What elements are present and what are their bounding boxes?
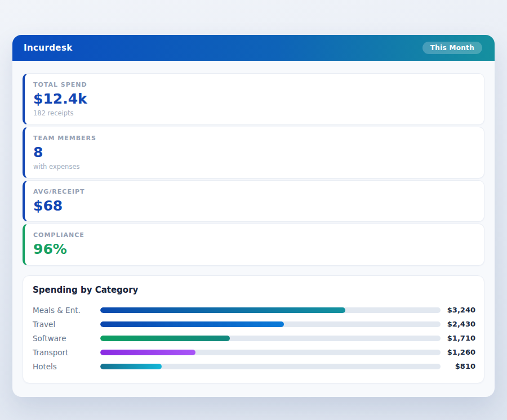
stat-value: 8	[33, 145, 474, 161]
stat-card: AVG/RECEIPT$68	[23, 180, 484, 222]
stat-card: TEAM MEMBERS8with expenses	[23, 127, 484, 178]
chart-title: Spending by Category	[33, 285, 475, 295]
stat-label: AVG/RECEIPT	[33, 188, 474, 195]
chart-row: Software$1,710	[33, 331, 475, 345]
chart-bar-fill	[100, 307, 345, 313]
period-badge[interactable]: This Month	[422, 42, 482, 54]
chart-bar-track	[100, 336, 441, 341]
chart-rows: Meals & Ent.$3,240Travel$2,430Software$1…	[33, 303, 475, 373]
dashboard-card: Incurdesk This Month TOTAL SPEND$12.4k18…	[12, 35, 495, 397]
stat-card: COMPLIANCE96%	[23, 224, 484, 266]
chart-row: Meals & Ent.$3,240	[33, 303, 475, 317]
chart-bar-track	[100, 364, 441, 369]
app-header: Incurdesk This Month	[12, 35, 495, 61]
chart-category-label: Travel	[33, 320, 100, 329]
chart-bar-track	[100, 321, 441, 327]
chart-bar-fill	[100, 336, 230, 341]
chart-category-label: Transport	[33, 348, 100, 357]
app-title: Incurdesk	[24, 43, 73, 53]
chart-bar-fill	[100, 321, 284, 327]
chart-row: Travel$2,430	[33, 317, 475, 331]
chart-value-label: $2,430	[441, 320, 475, 328]
chart-value-label: $1,260	[441, 348, 475, 356]
chart-bar-track	[100, 350, 441, 355]
stat-value: $68	[33, 198, 474, 215]
chart-bar-fill	[100, 364, 162, 369]
chart-bar-track	[100, 307, 441, 313]
chart-value-label: $1,710	[441, 334, 475, 342]
chart-category-label: Meals & Ent.	[33, 306, 100, 315]
stat-card: TOTAL SPEND$12.4k182 receipts	[23, 73, 484, 125]
stat-label: COMPLIANCE	[33, 231, 474, 239]
chart-value-label: $810	[441, 362, 475, 370]
chart-bar-fill	[100, 350, 195, 355]
stat-label: TOTAL SPEND	[33, 81, 474, 88]
stat-subtext: with expenses	[33, 163, 474, 171]
chart-category-label: Hotels	[33, 362, 100, 371]
stat-value: $12.4k	[33, 91, 474, 108]
stat-subtext: 182 receipts	[33, 109, 474, 117]
chart-row: Transport$1,260	[33, 345, 475, 359]
spending-chart-card: Spending by Category Meals & Ent.$3,240T…	[23, 275, 484, 383]
chart-row: Hotels$810	[33, 359, 475, 373]
dashboard-body: TOTAL SPEND$12.4k182 receiptsTEAM MEMBER…	[12, 61, 495, 397]
stat-value: 96%	[33, 242, 474, 258]
stats-list: TOTAL SPEND$12.4k182 receiptsTEAM MEMBER…	[23, 73, 484, 266]
chart-category-label: Software	[33, 334, 100, 343]
chart-value-label: $3,240	[441, 306, 475, 314]
stat-label: TEAM MEMBERS	[33, 135, 474, 142]
